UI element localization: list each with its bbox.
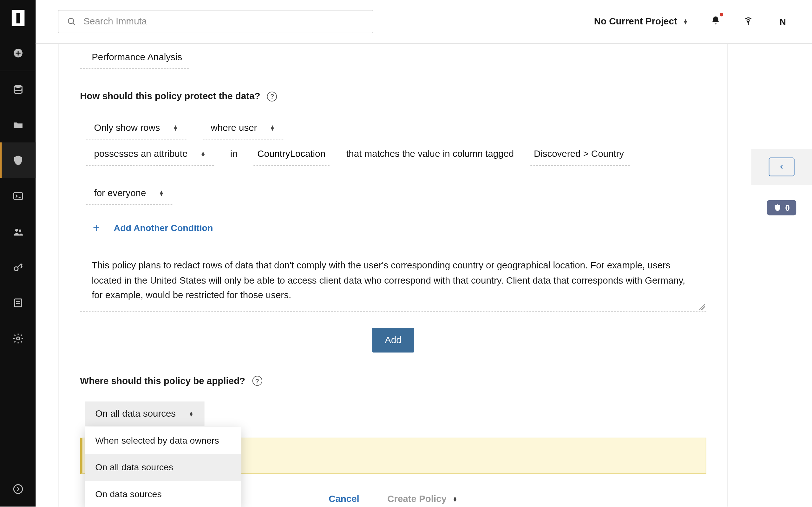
shield-check-icon — [774, 204, 782, 212]
protect-heading: How should this policy protect the data?… — [80, 91, 706, 101]
apply-scope-select[interactable]: On all data sources ▲▼ — [85, 401, 204, 426]
scope-option-owners[interactable]: When selected by data owners — [85, 427, 241, 454]
chevron-updown-icon: ▲▼ — [159, 191, 164, 195]
help-icon[interactable]: ? — [267, 91, 277, 101]
project-selector[interactable]: No Current Project ▲▼ — [594, 16, 688, 27]
help-icon[interactable]: ? — [252, 376, 262, 386]
sidebar-item-policies[interactable] — [0, 142, 36, 178]
database-icon — [12, 83, 24, 95]
add-button[interactable]: Add — [372, 328, 414, 352]
rule-where-user-select[interactable]: where user ▲▼ — [203, 117, 283, 139]
rule-show-rows-select[interactable]: Only show rows ▲▼ — [86, 117, 186, 139]
add-condition-button[interactable]: + Add Another Condition — [80, 208, 706, 250]
sidebar-item-terminal[interactable] — [0, 178, 36, 214]
chevron-updown-icon: ▲▼ — [173, 125, 178, 130]
sidebar-item-settings[interactable] — [0, 320, 36, 356]
global-search[interactable] — [58, 10, 373, 33]
key-icon — [12, 261, 24, 273]
notification-dot — [720, 13, 723, 16]
right-panel: 0 — [751, 149, 812, 216]
rule-possesses-select[interactable]: possesses an attribute ▲▼ — [86, 143, 214, 166]
arrow-circle-icon — [12, 483, 24, 495]
folder-icon — [12, 119, 24, 130]
collapse-panel-button[interactable] — [751, 149, 812, 185]
user-avatar[interactable]: N — [776, 14, 790, 29]
left-sidebar — [0, 0, 36, 507]
chevron-updown-icon: ▲▼ — [683, 19, 688, 24]
svg-point-6 — [18, 229, 21, 232]
scope-option-all[interactable]: On all data sources — [85, 454, 241, 481]
sidebar-item-data[interactable] — [0, 71, 36, 107]
cancel-button[interactable]: Cancel — [328, 494, 359, 504]
svg-point-9 — [16, 337, 19, 340]
people-icon — [12, 226, 24, 237]
sidebar-item-add[interactable] — [0, 36, 36, 71]
app-logo[interactable] — [0, 0, 36, 36]
rule-scope-select[interactable]: for everyone ▲▼ — [86, 182, 172, 205]
rule-attribute-input[interactable] — [254, 143, 329, 166]
chevron-left-icon — [779, 163, 784, 171]
rule-in-label: in — [230, 143, 238, 165]
sidebar-item-keys[interactable] — [0, 249, 36, 285]
avatar-initial: N — [780, 16, 786, 26]
rule-matches-label: that matches the value in column tagged — [346, 143, 514, 165]
policy-builder: Performance Analysis How should this pol… — [58, 44, 728, 506]
svg-rect-4 — [13, 192, 22, 199]
top-bar: No Current Project ▲▼ N — [36, 0, 812, 44]
antenna-icon — [743, 14, 754, 27]
connection-button[interactable] — [743, 14, 754, 29]
apply-scope-menu: When selected by data owners On all data… — [85, 427, 241, 507]
sidebar-item-reports[interactable] — [0, 285, 36, 320]
sidebar-item-help[interactable] — [0, 471, 36, 506]
chevron-updown-icon: ▲▼ — [189, 411, 194, 416]
gear-icon — [12, 332, 24, 344]
rule-tag-value[interactable]: Discovered > Country — [530, 143, 629, 166]
project-label: No Current Project — [594, 16, 677, 27]
svg-point-7 — [14, 267, 18, 270]
terminal-icon — [12, 190, 24, 202]
chevron-updown-icon: ▲▼ — [200, 152, 206, 157]
plus-circle-icon — [12, 47, 24, 59]
notifications-button[interactable] — [711, 15, 721, 28]
svg-point-10 — [13, 485, 22, 493]
report-icon — [12, 297, 24, 308]
search-input[interactable] — [84, 16, 364, 27]
policy-description[interactable]: This policy plans to redact rows of data… — [80, 250, 706, 312]
sidebar-item-folder[interactable] — [0, 107, 36, 142]
svg-point-3 — [14, 84, 22, 88]
policy-name-field[interactable]: Performance Analysis — [80, 44, 189, 69]
svg-point-11 — [68, 18, 73, 24]
plus-icon: + — [93, 221, 100, 234]
chevron-updown-icon: ▲▼ — [452, 497, 457, 501]
bell-icon — [711, 15, 721, 26]
where-heading: Where should this policy be applied? ? — [80, 376, 706, 386]
sidebar-item-people[interactable] — [0, 214, 36, 249]
create-policy-button[interactable]: Create Policy ▲▼ — [387, 494, 458, 504]
shield-icon — [12, 154, 24, 166]
scope-option-some[interactable]: On data sources — [85, 481, 241, 507]
svg-rect-2 — [15, 53, 20, 54]
svg-point-5 — [15, 228, 18, 231]
search-icon — [67, 16, 77, 27]
chevron-updown-icon: ▲▼ — [270, 125, 275, 130]
policy-count-badge[interactable]: 0 — [767, 200, 796, 216]
